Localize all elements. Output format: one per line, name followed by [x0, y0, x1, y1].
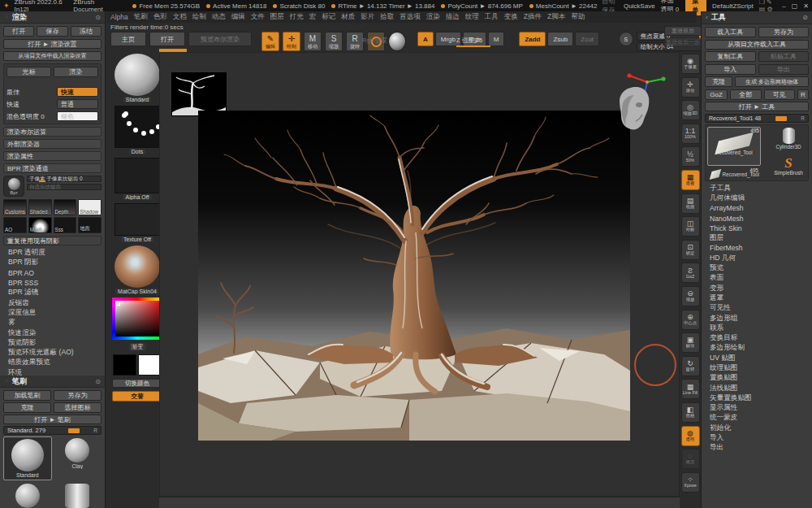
render-all-button[interactable]: 渲染 — [54, 67, 98, 77]
render-subpalette-collapsed[interactable]: 蜡质效果预览 — [3, 358, 102, 367]
color-picker[interactable] — [112, 297, 162, 340]
drag-handle-icon[interactable]: ⁙ — [4, 14, 9, 20]
open-render-settings-button[interactable]: 打开 ► 渲染设置 — [3, 39, 102, 49]
load-tool-from-project-button[interactable]: 从项目文件载入工具 — [705, 40, 809, 50]
bpr-render-button[interactable]: Bpr — [3, 176, 24, 197]
tool-subpalette[interactable]: UV 贴图 — [705, 354, 809, 363]
tool-subpalette[interactable]: 图层 — [705, 233, 809, 243]
material-sphere-button[interactable] — [388, 32, 406, 51]
brush-thumbnail[interactable]: MaskPen — [54, 482, 102, 508]
goz-button[interactable]: GoZ — [705, 89, 728, 100]
render-freeze-button[interactable]: 冻结 — [71, 26, 102, 37]
tool-subpalette[interactable]: 纹理贴图 — [705, 363, 809, 373]
menu-item[interactable]: 绘制 — [192, 12, 206, 22]
home-button[interactable]: 主页 — [110, 32, 146, 46]
bpr-pass-thumbnail[interactable]: AO — [3, 217, 27, 233]
tool-subpalette[interactable]: 导出 — [705, 443, 809, 453]
export-button[interactable]: 导出 — [758, 64, 810, 75]
sculpt-mode-button[interactable]: Zsub — [547, 32, 573, 46]
bpr-render-image[interactable] — [198, 111, 630, 441]
quicksave-button[interactable]: QuickSave — [624, 2, 655, 10]
persp[interactable]: ▦ 透视 — [681, 170, 700, 190]
cursor-render-button[interactable]: 光标 — [6, 67, 51, 77]
render-subpalette-collapsed[interactable]: 快速渲染 — [3, 328, 102, 337]
rotate-button[interactable]: R旋转 — [346, 32, 364, 51]
scale-button[interactable]: S缩放 — [325, 32, 343, 51]
bpr-pass-thumbnail[interactable]: 地面 — [78, 217, 102, 233]
render-subpalette-collapsed[interactable]: 预览阴影 — [3, 338, 102, 348]
center[interactable]: ⊕ 中心点 — [681, 310, 700, 330]
load-render-settings-button[interactable]: 从项目文件中载入渲染设置 — [3, 51, 102, 61]
tool-subpalette[interactable]: FiberMesh — [705, 243, 809, 253]
setting-value[interactable]: 普通 — [57, 99, 98, 109]
menu-item[interactable]: 渲染 — [426, 12, 440, 22]
tool-subpalette[interactable]: Thick Skin — [705, 224, 809, 233]
actual-size[interactable]: 1:1 100% — [681, 124, 700, 144]
redo-last-step-button[interactable]: 重做最后一步 — [664, 37, 702, 47]
panel-menu-icon[interactable]: ⊙ — [95, 378, 101, 385]
menu-item[interactable]: 文档 — [173, 12, 187, 22]
tray-slot[interactable]: Alpha Off — [114, 158, 160, 200]
redo-last-button[interactable]: 重做最后 — [664, 26, 702, 36]
tool-slider[interactable]: Recovered_Tool1 48R — [705, 114, 809, 123]
menu-item[interactable]: 图层 — [270, 12, 284, 22]
menu-item[interactable]: Z插件 — [524, 12, 542, 22]
bpr-renderpass-header[interactable]: BPR 渲染通道 — [3, 163, 102, 173]
goz-visible-button[interactable]: 可见 — [764, 89, 796, 100]
brush-palette-header[interactable]: ⁙ 笔刷 ⊙ — [0, 376, 105, 388]
zoom-out[interactable]: ⊖ 缩放 — [681, 286, 700, 306]
menu-item[interactable]: 描边 — [446, 12, 460, 22]
tray-slot[interactable]: MatCap Skin04 — [114, 245, 160, 294]
switch-color-button[interactable]: 切换颜色 — [112, 379, 162, 388]
aa-half[interactable]: ½ 50% — [681, 146, 700, 167]
menu-item[interactable]: 标记 — [322, 12, 335, 22]
load-brush-button[interactable]: 加载笔刷 — [3, 390, 51, 401]
render-subpalette-collapsed[interactable]: 预览环境光遮蔽 (AO) — [3, 348, 102, 358]
window-maximize-button[interactable]: ▢ — [792, 2, 798, 10]
brush-thumbnail[interactable]: Clay — [54, 436, 102, 480]
clone-brush-button[interactable]: 克隆 — [3, 402, 51, 413]
bpr-pass-thumbnail[interactable]: Shadow — [78, 199, 102, 215]
scroll[interactable]: ✛ 滚动 — [681, 77, 700, 98]
menu-item[interactable]: 动态 — [212, 12, 226, 22]
brush-slider[interactable]: Standard. 279R — [3, 426, 102, 435]
tool-subpalette[interactable]: 法线贴图 — [705, 383, 809, 393]
sculpt-mode-button[interactable]: Zadd — [519, 32, 546, 46]
z-intensity-slider[interactable]: Z 强度 25 — [456, 37, 482, 45]
paint-mode-button[interactable]: A — [417, 32, 434, 46]
open-button[interactable]: 打开 — [149, 32, 185, 46]
tool-subpalette[interactable]: 变形 — [705, 283, 809, 293]
menu-item[interactable]: 影片 — [361, 12, 374, 22]
tool-subpalette[interactable]: 预览 — [705, 263, 809, 273]
render-subpalette[interactable]: 渲染属性 — [3, 151, 102, 161]
tool-palette-header[interactable]: ‹ 工具 ⊘ — [702, 11, 812, 24]
reuse-shadows-toggle[interactable]: 重复使用现有阴影 — [3, 236, 102, 245]
tool-subpalette[interactable]: 联系 — [705, 323, 809, 333]
secondary-color-swatch[interactable] — [138, 354, 162, 376]
paint-mode-button[interactable]: M — [488, 32, 505, 46]
render-subpalette-collapsed[interactable]: BPR 阴影 — [3, 258, 102, 267]
menu-item[interactable]: 变换 — [504, 12, 518, 22]
render-subpalette-collapsed[interactable]: 雾 — [3, 318, 102, 328]
menu-item[interactable]: 编辑 — [231, 12, 245, 22]
tool-subpalette[interactable]: 导入 — [705, 433, 809, 443]
render-palette-header[interactable]: ⁙ 渲染 ⊙ — [0, 11, 105, 24]
main-color-swatch[interactable] — [113, 354, 136, 376]
goz-r-button[interactable]: R — [797, 89, 809, 100]
local-sym[interactable]: ◫ 对称 — [681, 216, 700, 237]
gradient-label[interactable]: 渐变 — [129, 343, 146, 351]
render-subpalette-collapsed[interactable]: 深度信息 — [3, 308, 102, 318]
panel-menu-icon[interactable]: ⊘ — [802, 14, 808, 21]
tool-thumbnail-cylinder[interactable]: Cylinder3D — [764, 125, 812, 151]
preview-boolean-button[interactable]: 预览布尔渲染 — [188, 32, 252, 46]
clone-tool-button[interactable]: 克隆 — [705, 76, 732, 87]
xpose[interactable]: ⁘ Xpose — [681, 472, 700, 493]
menu-item[interactable]: 帮助 — [571, 12, 585, 22]
tool-subpalette[interactable]: 变换目标 — [705, 333, 809, 343]
tool-subpalette[interactable]: ArrayMesh — [705, 203, 809, 213]
dock-arrow-icon[interactable]: ‹ — [706, 14, 708, 21]
line-fill[interactable]: ▦ Line Fill — [681, 379, 700, 399]
tool-subpalette[interactable]: 多边形绘制 — [705, 343, 809, 353]
render-subpalette-collapsed[interactable]: BPR 透明度 — [3, 248, 102, 258]
rotate-canvas[interactable]: ↻ 旋转 — [681, 356, 700, 376]
